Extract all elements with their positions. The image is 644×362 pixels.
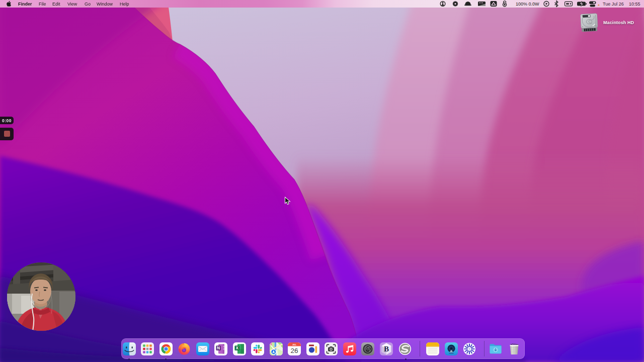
svg-text:JUL: JUL xyxy=(292,343,296,346)
svg-text:N: N xyxy=(217,346,220,350)
svg-text:26: 26 xyxy=(290,347,298,354)
svg-text:B: B xyxy=(383,345,388,353)
svg-text:100% 0.0W: 100% 0.0W xyxy=(516,2,539,7)
svg-text:X: X xyxy=(235,346,238,350)
svg-text:Tue Jul 26: Tue Jul 26 xyxy=(603,2,624,7)
svg-text:10:55: 10:55 xyxy=(629,2,640,7)
